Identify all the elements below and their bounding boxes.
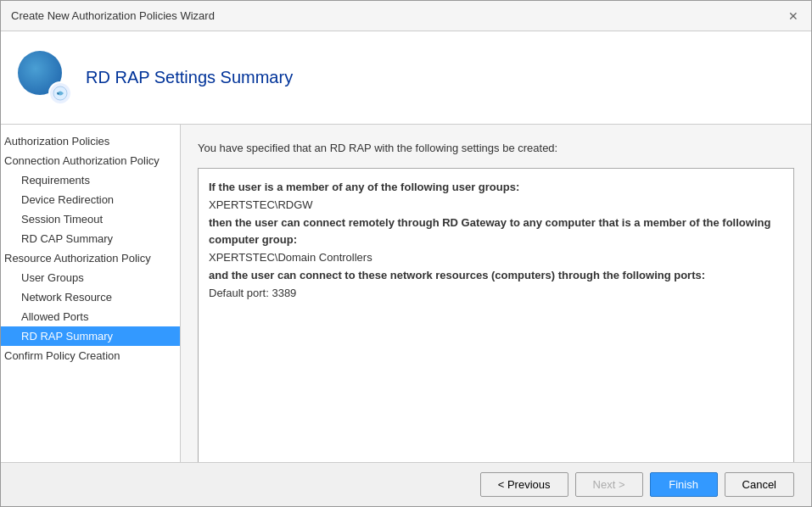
main-content: You have specified that an RD RAP with t… xyxy=(181,125,811,462)
summary-line6: Default port: 3389 xyxy=(209,285,783,303)
header-icon xyxy=(18,51,72,105)
summary-line4: XPERTSTEC\Domain Controllers xyxy=(209,249,783,267)
sidebar-item-confirm-policy-creation[interactable]: Confirm Policy Creation xyxy=(1,346,180,365)
header-title: RD RAP Settings Summary xyxy=(86,68,293,87)
previous-button[interactable]: < Previous xyxy=(480,472,568,497)
summary-line5-bold: and the user can connect to these networ… xyxy=(209,269,705,281)
sidebar-item-requirements[interactable]: Requirements xyxy=(1,170,180,190)
wizard-window: Create New Authorization Policies Wizard… xyxy=(0,0,812,507)
sidebar-item-authorization-policies[interactable]: Authorization Policies xyxy=(1,131,180,151)
sidebar-item-rd-cap-summary[interactable]: RD CAP Summary xyxy=(1,229,180,248)
sidebar-item-session-timeout[interactable]: Session Timeout xyxy=(1,209,180,229)
title-bar: Create New Authorization Policies Wizard… xyxy=(1,1,811,31)
sidebar-item-network-resource[interactable]: Network Resource xyxy=(1,287,180,307)
summary-box: If the user is a member of any of the fo… xyxy=(198,168,794,462)
summary-line1-bold: If the user is a member of any of the fo… xyxy=(209,181,519,193)
summary-line2: XPERTSTEC\RDGW xyxy=(209,197,783,214)
summary-line3: then the user can connect remotely throu… xyxy=(209,214,783,250)
sidebar-item-device-redirection[interactable]: Device Redirection xyxy=(1,190,180,209)
header: RD RAP Settings Summary xyxy=(1,31,811,125)
finish-button[interactable]: Finish xyxy=(650,472,718,497)
content-description: You have specified that an RD RAP with t… xyxy=(198,142,794,154)
sidebar-item-rd-rap-summary[interactable]: RD RAP Summary xyxy=(1,326,180,346)
summary-line3-bold: then the user can connect remotely throu… xyxy=(209,216,770,247)
body: Authorization Policies Connection Author… xyxy=(1,125,811,462)
footer: < Previous Next > Finish Cancel xyxy=(1,462,811,506)
arrow-icon xyxy=(48,81,72,105)
window-title: Create New Authorization Policies Wizard xyxy=(11,9,215,22)
close-button[interactable]: ✕ xyxy=(786,8,801,24)
sidebar-item-allowed-ports[interactable]: Allowed Ports xyxy=(1,307,180,326)
cancel-button[interactable]: Cancel xyxy=(725,472,794,497)
sidebar-item-user-groups[interactable]: User Groups xyxy=(1,268,180,287)
summary-line5: and the user can connect to these networ… xyxy=(209,267,783,285)
sidebar-item-connection-authorization-policy[interactable]: Connection Authorization Policy xyxy=(1,151,180,170)
summary-line1: If the user is a member of any of the fo… xyxy=(209,179,783,197)
sidebar-item-resource-authorization-policy[interactable]: Resource Authorization Policy xyxy=(1,248,180,268)
sidebar: Authorization Policies Connection Author… xyxy=(1,125,181,462)
next-button[interactable]: Next > xyxy=(575,472,643,497)
